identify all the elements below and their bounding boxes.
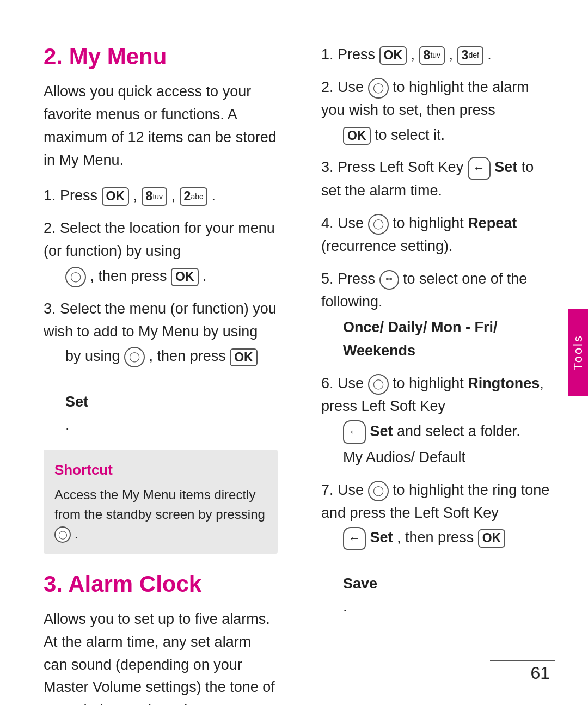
right-step6-mid1: to highlight [393, 375, 464, 391]
left-step2-text: 2. Select the location for your menu (or… [44, 220, 275, 259]
left-step3-set: Set [44, 391, 278, 414]
ok-key-2: OK [171, 268, 199, 286]
right-step6-sub: My Audios/ Default [321, 446, 555, 469]
right-step2-ok: OK to select it. [321, 124, 555, 147]
left-step3-end: . [44, 414, 278, 437]
right-step4-bold: Repeat [468, 215, 517, 231]
right-step7-then: , then press [397, 529, 474, 545]
nav-icon-r4: ◯ [368, 214, 389, 235]
right-step5-options: Once/ Daily/ Mon - Fri/ Weekends [321, 316, 555, 363]
left-step1-text: 1. Press [44, 187, 97, 204]
right-step3-text: 3. Press Left Soft Key [321, 159, 463, 175]
right-step4: 4. Use ◯ to highlight Repeat (recurrence… [321, 212, 555, 258]
ok-key-3: OK [230, 348, 258, 367]
right-step5: 5. Press •• to select one of the followi… [321, 268, 555, 363]
right-step3: 3. Press Left Soft Key ← Set to set the … [321, 156, 555, 203]
right-step7-end: . [321, 598, 347, 615]
key-8tuv-r: 8tuv [419, 46, 445, 65]
left-step2-then: , then press [90, 268, 167, 284]
nav-icon-r2: ◯ [368, 78, 389, 99]
right-step7: 7. Use ◯ to highlight the ring tone and … [321, 479, 555, 618]
right-step1: 1. Press OK , 8tuv , 3def . [321, 44, 555, 66]
right-step4-end: (recurrence setting). [321, 238, 453, 254]
soft-key-r3: ← [468, 157, 491, 180]
shortcut-title: Shortcut [54, 459, 267, 481]
nav-icon-1: ◯ [65, 267, 86, 287]
bottom-line [490, 660, 555, 661]
right-step6-bold: Ringtones [468, 375, 540, 391]
right-column: 1. Press OK , 8tuv , 3def . 2. Use ◯ to … [310, 44, 555, 672]
right-step3-set: Set [494, 159, 517, 175]
right-step7-text: 7. Use [321, 482, 364, 498]
left-step3: 3. Select the menu (or function) you wis… [44, 298, 278, 437]
right-step7-softkey: ← Set , then press OK [321, 526, 555, 550]
right-step6-text: 6. Use [321, 375, 364, 391]
sidebar-tab-label: Tools [571, 334, 585, 370]
right-step4-text: 4. Use [321, 215, 364, 231]
left-step1: 1. Press OK , 8tuv , 2abc . [44, 185, 278, 207]
right-step6-set: Set [370, 423, 393, 439]
left-column: 2. My Menu Allows you quick access to yo… [44, 44, 289, 672]
ok-key-1: OK [102, 187, 130, 206]
shortcut-body-text: Access the My Menu items directly from t… [54, 487, 265, 522]
right-step1-text: 1. Press [321, 46, 375, 63]
ok-key-r2: OK [343, 127, 371, 145]
section2-body: Allows you quick access to your favorite… [44, 81, 278, 171]
nav-icon-r6: ◯ [368, 374, 389, 395]
ok-key-r7: OK [478, 529, 506, 548]
shortcut-box: Shortcut Access the My Menu items direct… [44, 450, 278, 554]
right-step7-set: Set [370, 529, 393, 545]
nav-icon-2: ◯ [124, 347, 145, 367]
left-step2: 2. Select the location for your menu (or… [44, 217, 278, 288]
key-8tuv: 8tuv [142, 187, 167, 206]
right-step6-softkey: ← Set and select a folder. [321, 420, 555, 444]
ok-key-r1: OK [379, 46, 407, 65]
right-step5-text: 5. Press [321, 271, 375, 287]
nav-icon-shortcut: ◯ [54, 526, 71, 543]
soft-key-r7: ← [343, 527, 366, 550]
section3-body: Allows you to set up to five alarms. At … [44, 608, 278, 705]
sidebar-tab: Tools [568, 309, 588, 396]
right-step7-save: Save [321, 573, 555, 596]
right-step4-mid: to highlight [393, 215, 464, 231]
section2-title: 2. My Menu [44, 44, 278, 70]
soft-key-r6: ← [343, 420, 366, 443]
key-3def-r: 3def [457, 46, 483, 65]
right-step6: 6. Use ◯ to highlight Ringtones, press L… [321, 372, 555, 469]
right-step2: 2. Use ◯ to highlight the alarm you wish… [321, 76, 555, 147]
section3-title: 3. Alarm Clock [44, 571, 278, 597]
main-content: 2. My Menu Allows you quick access to yo… [0, 0, 588, 705]
page-container: 2. My Menu Allows you quick access to yo… [0, 0, 588, 705]
left-step3-then: , then press [149, 348, 226, 364]
key-2abc: 2abc [180, 187, 207, 206]
right-step6-end: and select a folder. [397, 423, 520, 439]
page-number: 61 [530, 663, 550, 683]
nav-icon-r7: ◯ [368, 481, 389, 501]
left-step2-nav: ◯ , then press OK . [44, 265, 278, 288]
shortcut-body: Access the My Menu items directly from t… [54, 485, 267, 544]
left-step3-nav: by using ◯ , then press OK [44, 345, 278, 368]
left-step3-by: by using [65, 348, 124, 364]
right-step2-end: to select it. [375, 127, 445, 143]
right-step2-text: 2. Use [321, 79, 364, 95]
left-step3-text1: 3. Select the menu (or function) you wis… [44, 301, 277, 340]
nav-icon-r5: •• [379, 270, 399, 290]
